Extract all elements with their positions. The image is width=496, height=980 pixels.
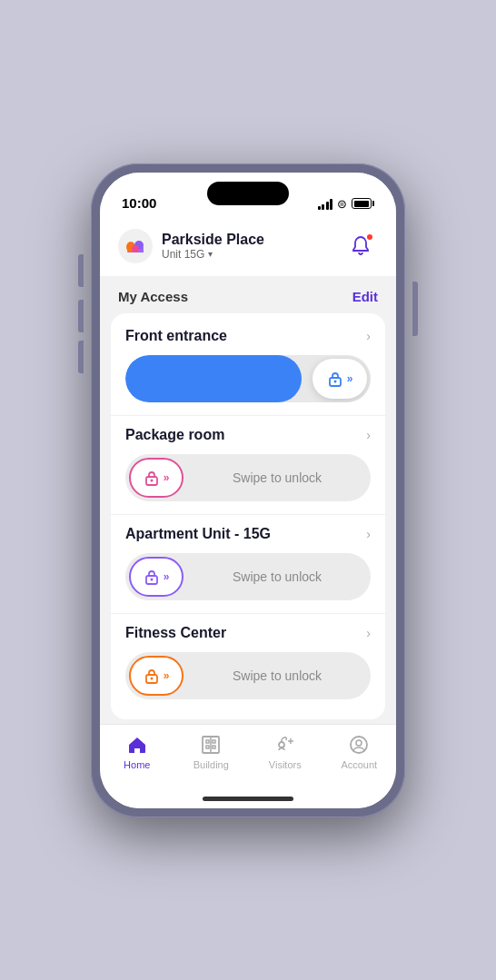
lock-icon-2 — [144, 470, 160, 486]
nav-item-visitors[interactable]: Visitors — [248, 734, 322, 770]
building-nav-icon — [200, 734, 222, 756]
swipe-label-apartment: Swipe to unlock — [184, 569, 371, 584]
access-item-package-room: Package room › » Swipe to unlock — [111, 415, 385, 514]
notification-bell-button[interactable] — [343, 229, 378, 263]
svg-point-7 — [150, 479, 153, 481]
nav-label-home: Home — [124, 759, 150, 770]
battery-icon — [352, 198, 374, 209]
chevron-right-icon-4[interactable]: › — [366, 626, 371, 640]
header-text: Parkside Place Unit 15G ▾ — [162, 232, 264, 261]
home-indicator — [203, 797, 293, 801]
app-logo — [118, 229, 153, 263]
access-item-front-entrance: Front entrance › » — [111, 317, 385, 415]
svg-point-22 — [356, 740, 362, 746]
app-header: Parkside Place Unit 15G ▾ — [100, 218, 396, 276]
swipe-track-front[interactable]: » — [125, 355, 371, 402]
nav-item-account[interactable]: Account — [322, 734, 397, 770]
svg-rect-15 — [206, 746, 209, 748]
edit-button[interactable]: Edit — [352, 289, 378, 304]
swipe-label-fitness: Swipe to unlock — [184, 668, 371, 683]
swipe-track-apartment[interactable]: » Swipe to unlock — [125, 553, 371, 600]
lock-icon-4 — [144, 668, 160, 684]
lock-button-front[interactable]: » — [312, 359, 367, 399]
access-item-name-4: Fitness Center — [125, 625, 226, 641]
signal-icon — [318, 198, 333, 210]
unit-label: Unit 15G — [162, 248, 204, 261]
access-item-header: Front entrance › — [125, 328, 371, 344]
nav-label-building: Building — [193, 759, 229, 770]
main-content: My Access Edit Front entrance › — [100, 276, 396, 724]
access-item-name-2: Package room — [125, 427, 224, 443]
bottom-nav: Home Building — [100, 724, 396, 797]
phone-frame: 10:00 ⊜ — [91, 163, 405, 817]
swipe-label-package: Swipe to unlock — [184, 470, 371, 485]
access-card: Front entrance › » — [111, 313, 385, 719]
lock-icon — [327, 371, 343, 387]
visitors-nav-icon — [274, 734, 296, 756]
account-nav-icon — [348, 734, 370, 756]
swipe-track-package[interactable]: » Swipe to unlock — [125, 454, 371, 501]
notification-dot — [365, 233, 374, 242]
lock-button-apartment[interactable]: » — [129, 557, 184, 597]
wifi-icon: ⊜ — [337, 197, 347, 211]
svg-point-3 — [132, 245, 139, 252]
phone-screen: 10:00 ⊜ — [100, 173, 396, 808]
chevrons-icon-4: » — [164, 669, 170, 682]
swipe-track-fitness[interactable]: » Swipe to unlock — [125, 652, 371, 699]
svg-point-18 — [279, 742, 284, 747]
access-item-header-2: Package room › — [125, 427, 371, 443]
access-item-name: Front entrance — [125, 328, 227, 344]
access-item-header-3: Apartment Unit - 15G › — [125, 526, 371, 542]
unit-row[interactable]: Unit 15G ▾ — [162, 248, 264, 261]
app-name: Parkside Place — [162, 232, 264, 248]
swipe-fill — [125, 355, 302, 402]
status-icons: ⊜ — [318, 197, 375, 211]
chevrons-icon: » — [347, 372, 353, 385]
svg-point-5 — [333, 380, 336, 382]
header-left: Parkside Place Unit 15G ▾ — [118, 229, 264, 263]
lock-button-fitness[interactable]: » — [129, 656, 184, 696]
nav-label-account: Account — [341, 759, 377, 770]
nav-label-visitors: Visitors — [269, 759, 302, 770]
chevron-down-icon: ▾ — [208, 249, 213, 259]
chevrons-icon-2: » — [164, 471, 170, 484]
section-title: My Access — [118, 289, 188, 304]
svg-rect-16 — [213, 746, 215, 748]
chevrons-icon-3: » — [164, 570, 170, 583]
lock-button-package[interactable]: » — [129, 458, 184, 498]
section-header: My Access Edit — [100, 276, 396, 313]
nav-item-building[interactable]: Building — [174, 734, 249, 770]
chevron-right-icon-3[interactable]: › — [366, 527, 371, 541]
status-time: 10:00 — [122, 195, 156, 211]
lock-icon-3 — [144, 569, 160, 585]
access-item-header-4: Fitness Center › — [125, 625, 371, 641]
svg-point-9 — [150, 578, 153, 580]
access-item-apartment: Apartment Unit - 15G › » Swipe to — [111, 514, 385, 613]
chevron-right-icon[interactable]: › — [366, 329, 371, 343]
svg-rect-13 — [206, 740, 209, 743]
access-item-fitness: Fitness Center › » Swipe to unloc — [111, 613, 385, 712]
svg-rect-14 — [213, 740, 215, 743]
chevron-right-icon-2[interactable]: › — [366, 428, 371, 442]
dynamic-island — [207, 182, 289, 205]
home-nav-icon — [126, 734, 148, 756]
nav-item-home[interactable]: Home — [100, 734, 174, 770]
svg-point-11 — [150, 677, 153, 679]
access-item-name-3: Apartment Unit - 15G — [125, 526, 271, 542]
home-indicator-area — [100, 797, 396, 808]
